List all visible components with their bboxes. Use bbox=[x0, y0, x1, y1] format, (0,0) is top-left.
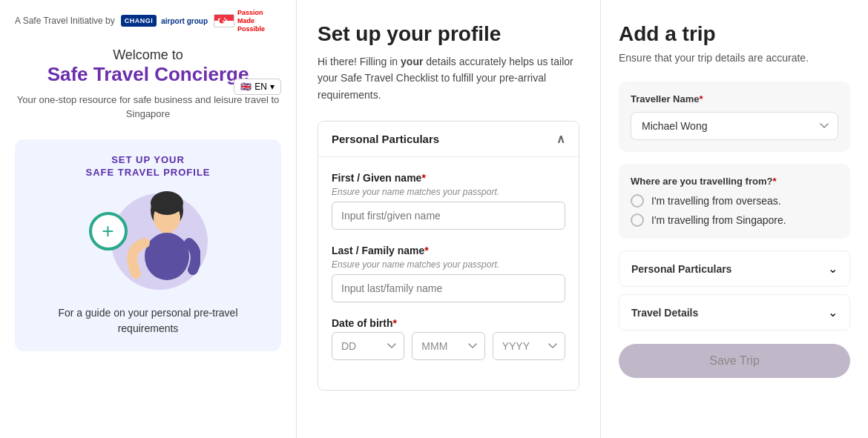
first-name-required: * bbox=[421, 172, 425, 184]
accordion-body: First / Given name* Ensure your name mat… bbox=[318, 157, 579, 390]
svg-point-14 bbox=[131, 268, 141, 279]
middle-panel: Set up your profile Hi there! Filling in… bbox=[297, 0, 601, 438]
desc-before: Hi there! Filling in bbox=[318, 56, 401, 67]
changi-name: airport group bbox=[161, 17, 208, 25]
right-title: Add a trip bbox=[619, 22, 850, 46]
middle-description: Hi there! Filling in your details accura… bbox=[318, 53, 579, 103]
accordion-header[interactable]: Personal Particulars ∧ bbox=[318, 122, 579, 157]
initiative-label: A Safe Travel Initiative by bbox=[15, 16, 115, 26]
svg-point-13 bbox=[145, 233, 189, 280]
dob-month-select[interactable]: MMM bbox=[412, 332, 484, 360]
changi-text-block: airport group bbox=[161, 17, 208, 25]
passion-text: PassionMadePossible bbox=[237, 9, 265, 33]
first-name-group: First / Given name* Ensure your name mat… bbox=[332, 172, 565, 230]
flag-icon: 🇬🇧 bbox=[240, 82, 251, 92]
dob-required: * bbox=[392, 317, 396, 329]
changi-logo: CHANGI airport group bbox=[121, 15, 208, 27]
profile-card: SET UP YOUR SAFE TRAVEL PROFILE bbox=[15, 139, 281, 351]
right-travel-details-accordion[interactable]: Travel Details ⌄ bbox=[619, 294, 850, 331]
right-panel: Add a trip Ensure that your trip details… bbox=[601, 0, 868, 438]
personal-particulars-accordion: Personal Particulars ∧ First / Given nam… bbox=[318, 121, 579, 391]
traveller-name-label: Traveller Name* bbox=[631, 93, 838, 104]
svg-point-6 bbox=[225, 21, 226, 23]
traveller-name-card: Traveller Name* Michael Wong bbox=[619, 82, 850, 152]
dob-label: Date of birth* bbox=[332, 317, 565, 329]
middle-title: Set up your profile bbox=[318, 22, 579, 46]
welcome-to-label: Welcome to bbox=[15, 47, 281, 63]
dob-day-select[interactable]: DD bbox=[332, 332, 404, 360]
changi-badge: CHANGI bbox=[121, 15, 157, 27]
radio-group: I'm travelling from overseas. I'm travel… bbox=[631, 194, 838, 227]
dob-group: Date of birth* DD MMM YYYY bbox=[332, 317, 565, 360]
chevron-down-icon: ▾ bbox=[270, 82, 274, 92]
travel-from-label: Where are you travelling from?* bbox=[631, 176, 838, 187]
traveller-name-select[interactable]: Michael Wong bbox=[631, 112, 838, 140]
svg-point-11 bbox=[151, 191, 183, 215]
dob-row: DD MMM YYYY bbox=[332, 332, 565, 360]
sg-logo: PassionMadePossible bbox=[214, 9, 265, 33]
first-name-label: First / Given name* bbox=[332, 172, 565, 184]
accordion-label: Personal Particulars bbox=[332, 133, 439, 145]
profile-guide-text: For a guide on your personal pre-travel … bbox=[30, 305, 266, 336]
first-name-hint: Ensure your name matches your passport. bbox=[332, 187, 565, 197]
last-name-group: Last / Family name* Ensure your name mat… bbox=[332, 245, 565, 302]
desc-bold: your bbox=[401, 56, 423, 67]
sg-badge-icon bbox=[214, 14, 234, 27]
right-description: Ensure that your trip details are accura… bbox=[619, 52, 850, 64]
svg-point-7 bbox=[223, 22, 225, 24]
dob-year-select[interactable]: YYYY bbox=[493, 332, 565, 360]
right-travel-details-chevron-icon: ⌄ bbox=[828, 305, 838, 319]
radio-overseas-label: I'm travelling from overseas. bbox=[651, 195, 781, 207]
left-panel: A Safe Travel Initiative by CHANGI airpo… bbox=[0, 0, 297, 438]
radio-overseas-circle bbox=[631, 194, 644, 208]
travel-from-required: * bbox=[772, 176, 776, 187]
right-personal-particulars-chevron-icon: ⌄ bbox=[828, 262, 838, 276]
last-name-hint: Ensure your name matches your passport. bbox=[332, 259, 565, 270]
travel-from-card: Where are you travelling from?* I'm trav… bbox=[619, 164, 850, 239]
svg-point-5 bbox=[226, 19, 227, 21]
right-travel-details-label: Travel Details bbox=[631, 307, 698, 319]
last-name-input[interactable] bbox=[332, 274, 565, 302]
accordion-chevron-up-icon: ∧ bbox=[556, 132, 565, 146]
right-personal-particulars-accordion[interactable]: Personal Particulars ⌄ bbox=[619, 250, 850, 287]
person-illustration bbox=[119, 190, 200, 293]
lang-label: EN bbox=[254, 82, 267, 92]
profile-card-line2: SAFE TRAVEL PROFILE bbox=[30, 167, 266, 178]
language-selector[interactable]: 🇬🇧 EN ▾ bbox=[234, 79, 281, 95]
radio-overseas[interactable]: I'm travelling from overseas. bbox=[631, 194, 838, 208]
traveller-name-required: * bbox=[700, 93, 703, 104]
svg-point-4 bbox=[224, 18, 226, 19]
last-name-label: Last / Family name* bbox=[332, 245, 565, 256]
radio-singapore[interactable]: I'm travelling from Singapore. bbox=[631, 213, 838, 227]
app-subtitle: Your one-stop resource for safe business… bbox=[15, 93, 281, 122]
profile-illustration bbox=[89, 190, 208, 293]
first-name-input[interactable] bbox=[332, 202, 565, 230]
radio-singapore-circle bbox=[631, 213, 644, 227]
last-name-required: * bbox=[424, 245, 428, 256]
welcome-row: Welcome to Safe Travel Concierge Your on… bbox=[15, 40, 281, 133]
top-bar: A Safe Travel Initiative by CHANGI airpo… bbox=[15, 0, 281, 40]
radio-singapore-label: I'm travelling from Singapore. bbox=[651, 214, 786, 226]
profile-card-line1: SET UP YOUR bbox=[30, 154, 266, 165]
right-personal-particulars-label: Personal Particulars bbox=[631, 263, 731, 275]
save-trip-button[interactable]: Save Trip bbox=[619, 344, 850, 378]
svg-point-8 bbox=[223, 21, 224, 22]
